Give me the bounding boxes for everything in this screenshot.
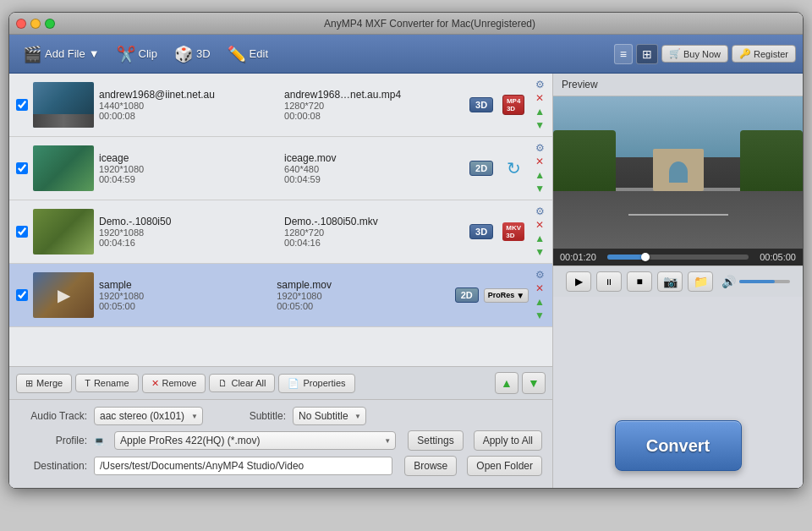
format-icon-1: MP43D xyxy=(502,95,524,115)
row-delete-button-2[interactable]: ✕ xyxy=(534,156,546,167)
file-list-area: andrew1968@iinet.net.au 1440*1080 00:00:… xyxy=(9,74,553,488)
preview-spacer xyxy=(553,297,803,403)
row-delete-button-4[interactable]: ✕ xyxy=(534,282,546,294)
file-list: andrew1968@iinet.net.au 1440*1080 00:00:… xyxy=(9,74,552,366)
play-overlay-icon: ▶ xyxy=(58,285,70,305)
format-dropdown-4: ProRes ▼ xyxy=(484,288,529,303)
row-settings-button-1[interactable]: ⚙ xyxy=(534,79,546,90)
arc-triomphe xyxy=(653,149,704,191)
road-line xyxy=(628,214,728,216)
volume-icon: 🔊 xyxy=(721,275,736,288)
key-icon: 🔑 xyxy=(739,48,751,59)
audio-track-row: Audio Track: aac stereo (0x101) Subtitle… xyxy=(19,407,542,425)
audio-track-select-wrapper: aac stereo (0x101) xyxy=(94,407,203,425)
traffic-lights xyxy=(16,19,55,29)
volume-fill xyxy=(739,280,775,283)
maximize-window-button[interactable] xyxy=(45,19,55,29)
file-action-toolbar: ⊞ Merge T Rename ✕ Remove 🗋 Clear All 📄 xyxy=(9,366,552,399)
properties-icon: 📄 xyxy=(288,378,299,389)
profile-computer-icon: 💻 xyxy=(94,436,104,446)
move-up-button[interactable]: ▲ xyxy=(495,372,518,394)
browse-button[interactable]: Browse xyxy=(404,456,457,476)
row-actions-2: ⚙ ✕ ▲ ▼ xyxy=(534,142,546,194)
minimize-window-button[interactable] xyxy=(30,19,41,29)
row-down-button-3[interactable]: ▼ xyxy=(534,246,546,258)
file-checkbox-4[interactable] xyxy=(16,289,28,301)
grid-view-button[interactable]: ⊞ xyxy=(636,44,658,64)
destination-input[interactable] xyxy=(94,457,392,475)
settings-button[interactable]: Settings xyxy=(408,430,463,451)
file-checkbox-3[interactable] xyxy=(16,226,28,238)
close-window-button[interactable] xyxy=(16,19,26,29)
pause-button[interactable]: ⏸ xyxy=(596,271,622,292)
format-badge-2: ↻ xyxy=(498,153,529,183)
merge-button[interactable]: ⊞ Merge xyxy=(16,374,72,393)
dim-badge-4: 2D xyxy=(455,287,479,303)
properties-button[interactable]: 📄 Properties xyxy=(278,374,354,393)
table-row: andrew1968@iinet.net.au 1440*1080 00:00:… xyxy=(9,74,552,137)
preview-timeline: 00:01:20 00:05:00 xyxy=(553,249,803,266)
register-button[interactable]: 🔑 Register xyxy=(732,45,796,63)
stop-button[interactable]: ■ xyxy=(627,271,652,292)
screenshot-button[interactable]: 📷 xyxy=(657,271,683,292)
add-file-button[interactable]: 🎬 Add File ▼ xyxy=(16,41,107,67)
clip-button[interactable]: ✂️ Clip xyxy=(110,41,164,67)
play-button[interactable]: ▶ xyxy=(566,271,591,292)
preview-label: Preview xyxy=(553,74,803,96)
destination-row: Destination: Browse Open Folder xyxy=(19,456,542,476)
clear-all-button[interactable]: 🗋 Clear All xyxy=(209,374,275,392)
convert-button[interactable]: Convert xyxy=(615,420,742,471)
remove-button[interactable]: ✕ Remove xyxy=(142,374,206,393)
dim-badge-3: 3D xyxy=(469,224,493,239)
subtitle-select[interactable]: No Subtitle xyxy=(293,407,366,425)
preview-video xyxy=(553,96,803,249)
volume-track[interactable] xyxy=(739,280,790,283)
list-view-button[interactable]: ≡ xyxy=(614,44,633,64)
format-select-button-4[interactable]: ProRes ▼ xyxy=(484,288,529,303)
format-badge-3: MKV3D xyxy=(498,216,529,247)
preview-total-time: 00:05:00 xyxy=(754,252,796,262)
row-up-button-1[interactable]: ▲ xyxy=(534,106,546,118)
apply-to-all-button[interactable]: Apply to All xyxy=(474,430,542,451)
rename-button[interactable]: T Rename xyxy=(75,374,138,392)
row-down-button-4[interactable]: ▼ xyxy=(534,309,546,321)
3d-icon: 🎲 xyxy=(174,45,193,63)
row-up-button-4[interactable]: ▲ xyxy=(534,296,546,308)
row-delete-button-1[interactable]: ✕ xyxy=(534,92,546,104)
row-delete-button-3[interactable]: ✕ xyxy=(534,219,546,231)
dim-badge-2: 2D xyxy=(469,161,493,176)
row-up-button-2[interactable]: ▲ xyxy=(534,169,546,181)
buy-now-button[interactable]: 🛒 Buy Now xyxy=(661,45,728,63)
preview-progress-bar[interactable] xyxy=(607,255,749,260)
profile-row: Profile: 💻 Apple ProRes 422(HQ) (*.mov) … xyxy=(19,430,542,451)
edit-button[interactable]: ✏️ Edit xyxy=(221,41,275,67)
toolbar-right: ≡ ⊞ 🛒 Buy Now 🔑 Register xyxy=(614,44,796,64)
clear-icon: 🗋 xyxy=(218,378,228,388)
3d-button[interactable]: 🎲 3D xyxy=(167,41,217,67)
preview-scene xyxy=(553,96,803,249)
row-actions-1: ⚙ ✕ ▲ ▼ xyxy=(534,79,546,131)
row-settings-button-3[interactable]: ⚙ xyxy=(534,205,546,217)
row-actions-3: ⚙ ✕ ▲ ▼ xyxy=(534,205,546,258)
profile-select[interactable]: Apple ProRes 422(HQ) (*.mov) xyxy=(114,431,396,450)
row-down-button-1[interactable]: ▼ xyxy=(534,119,546,131)
row-settings-button-4[interactable]: ⚙ xyxy=(534,269,546,281)
convert-area: Convert xyxy=(553,403,803,488)
row-up-button-3[interactable]: ▲ xyxy=(534,233,546,244)
row-settings-button-2[interactable]: ⚙ xyxy=(534,142,546,154)
open-folder-preview-button[interactable]: 📁 xyxy=(688,271,713,292)
file-checkbox-2[interactable] xyxy=(16,162,28,174)
format-badge-1: MP43D xyxy=(498,90,529,120)
file-thumbnail-2 xyxy=(33,145,94,191)
refresh-icon: ↻ xyxy=(507,158,521,178)
preview-panel: Preview 00:01:20 xyxy=(553,74,803,488)
file-thumbnail-4: ▶ xyxy=(33,272,94,318)
move-down-button[interactable]: ▼ xyxy=(522,372,546,394)
row-down-button-2[interactable]: ▼ xyxy=(534,183,546,194)
merge-icon: ⊞ xyxy=(25,378,33,389)
file-info-3: Demo.-.1080i50 1920*1088 00:04:16 xyxy=(99,216,279,248)
open-folder-button[interactable]: Open Folder xyxy=(467,456,542,476)
file-thumbnail-3 xyxy=(33,209,94,255)
audio-track-select[interactable]: aac stereo (0x101) xyxy=(94,407,203,425)
file-checkbox-1[interactable] xyxy=(16,99,28,111)
